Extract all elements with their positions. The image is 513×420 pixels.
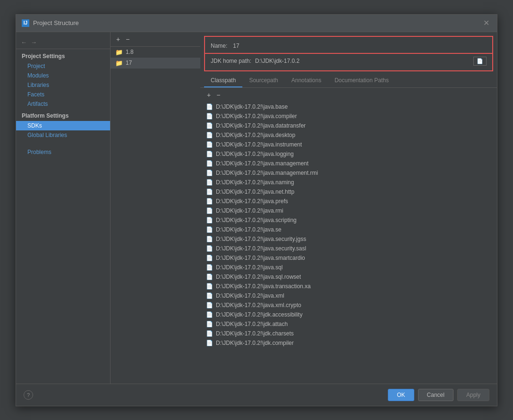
jar-icon: 📄 (206, 311, 213, 318)
sdk-list: 📁 1.8 📁 17 (111, 47, 200, 384)
list-item[interactable]: 📄D:\JDK\jdk-17.0.2!\java.xml.crypto (204, 300, 493, 310)
list-item[interactable]: 📄D:\JDK\jdk-17.0.2!\java.security.jgss (204, 234, 493, 244)
jar-icon: 📄 (206, 264, 213, 271)
dialog-title: Project Structure (33, 19, 79, 26)
sidebar-item-libraries[interactable]: Libraries (16, 80, 110, 90)
project-settings-header: Project Settings (16, 51, 110, 61)
jar-icon: 📄 (206, 255, 213, 261)
title-bar-left: IJ Project Structure (22, 19, 79, 27)
list-item[interactable]: 📄D:\JDK\jdk-17.0.2!\java.security.sasl (204, 244, 493, 253)
list-item[interactable]: 📄D:\JDK\jdk-17.0.2!\jdk.accessibility (204, 310, 493, 319)
left-nav-panel: ← → Project Settings Project Modules Lib… (16, 32, 111, 384)
sidebar-item-problems[interactable]: Problems (16, 147, 110, 157)
list-item[interactable]: 📄D:\JDK\jdk-17.0.2!\java.management (204, 159, 493, 168)
list-item[interactable]: 📄D:\JDK\jdk-17.0.2!\jdk.charsets (204, 329, 493, 338)
bottom-bar: ? OK Cancel Apply (16, 384, 497, 406)
list-item[interactable]: 📄D:\JDK\jdk-17.0.2!\java.se (204, 225, 493, 234)
jar-icon: 📄 (206, 226, 213, 233)
jdk-home-area: JDK home path: D:\JDK\jdk-17.0.2 📄 (204, 54, 493, 71)
remove-classpath-button[interactable]: − (214, 91, 222, 99)
sidebar-item-project[interactable]: Project (16, 61, 110, 71)
sdk-toolbar: + − (111, 32, 200, 47)
back-button[interactable]: ← (20, 38, 28, 47)
title-bar: IJ Project Structure ✕ (16, 15, 497, 32)
jar-icon: 📄 (206, 302, 213, 309)
jar-icon: 📄 (206, 207, 213, 214)
list-item[interactable]: 📄D:\JDK\jdk-17.0.2!\java.desktop (204, 130, 493, 140)
list-item[interactable]: 📄D:\JDK\jdk-17.0.2!\java.naming (204, 178, 493, 187)
help-button[interactable]: ? (24, 390, 33, 400)
sdk-label-17: 17 (126, 60, 132, 66)
jar-icon: 📄 (206, 160, 213, 167)
list-item[interactable]: 📄D:\JDK\jdk-17.0.2!\java.net.http (204, 187, 493, 197)
list-item[interactable]: 📄D:\JDK\jdk-17.0.2!\java.sql (204, 263, 493, 272)
list-item[interactable]: 📄D:\JDK\jdk-17.0.2!\java.transaction.xa (204, 282, 493, 291)
sdk-item-1.8[interactable]: 📁 1.8 (111, 47, 200, 58)
folder-icon-1.8: 📁 (115, 49, 123, 56)
tab-annotations[interactable]: Annotations (285, 74, 328, 87)
sdk-label-1.8: 1.8 (126, 49, 134, 55)
tabs-area: Classpath Sourcepath Annotations Documen… (200, 74, 497, 88)
sidebar-item-sdks[interactable]: SDKs (16, 121, 110, 130)
classpath-list: 📄D:\JDK\jdk-17.0.2!\java.base 📄D:\JDK\jd… (200, 102, 497, 384)
sdk-list-panel: + − 📁 1.8 📁 17 (111, 32, 200, 384)
content-area: ← → Project Settings Project Modules Lib… (16, 32, 497, 384)
ok-button[interactable]: OK (388, 389, 414, 401)
list-item[interactable]: 📄D:\JDK\jdk-17.0.2!\java.prefs (204, 197, 493, 206)
list-item[interactable]: 📄D:\JDK\jdk-17.0.2!\java.logging (204, 149, 493, 159)
jar-icon: 📄 (206, 217, 213, 223)
list-item[interactable]: 📄D:\JDK\jdk-17.0.2!\java.sql.rowset (204, 272, 493, 282)
list-item[interactable]: 📄D:\JDK\jdk-17.0.2!\jdk.compiler (204, 338, 493, 348)
add-classpath-button[interactable]: + (205, 91, 213, 99)
sidebar-item-artifacts[interactable]: Artifacts (16, 99, 110, 109)
jar-icon: 📄 (206, 103, 213, 110)
folder-icon-17: 📁 (115, 60, 123, 67)
name-input[interactable] (231, 42, 487, 50)
sdk-item-17[interactable]: 📁 17 (111, 58, 200, 69)
list-item[interactable]: 📄D:\JDK\jdk-17.0.2!\java.base (204, 102, 493, 111)
sidebar-item-modules[interactable]: Modules (16, 71, 110, 80)
tab-documentation-paths[interactable]: Documentation Paths (328, 74, 395, 87)
platform-settings-header: Platform Settings (16, 111, 110, 121)
jar-icon: 📄 (206, 292, 213, 299)
jar-icon: 📄 (206, 141, 213, 148)
list-item[interactable]: 📄D:\JDK\jdk-17.0.2!\java.xml (204, 291, 493, 300)
jar-icon: 📄 (206, 189, 213, 195)
jar-icon: 📄 (206, 113, 213, 120)
remove-sdk-button[interactable]: − (124, 35, 131, 43)
jar-icon: 📄 (206, 151, 213, 157)
list-item[interactable]: 📄D:\JDK\jdk-17.0.2!\java.rmi (204, 206, 493, 215)
cancel-button[interactable]: Cancel (418, 389, 453, 401)
jar-icon: 📄 (206, 330, 213, 337)
jar-icon: 📄 (206, 132, 213, 138)
name-label: Name: (211, 43, 227, 49)
apply-button[interactable]: Apply (457, 389, 489, 401)
tab-classpath[interactable]: Classpath (204, 74, 242, 87)
jar-icon: 📄 (206, 283, 213, 290)
sidebar-item-facets[interactable]: Facets (16, 90, 110, 99)
jdk-browse-button[interactable]: 📄 (473, 57, 487, 66)
jar-icon: 📄 (206, 198, 213, 205)
jar-icon: 📄 (206, 340, 213, 346)
jar-icon: 📄 (206, 170, 213, 176)
list-item[interactable]: 📄D:\JDK\jdk-17.0.2!\jdk.attach (204, 319, 493, 329)
tab-sourcepath[interactable]: Sourcepath (242, 74, 284, 87)
list-item[interactable]: 📄D:\JDK\jdk-17.0.2!\java.compiler (204, 111, 493, 121)
right-panel: Name: JDK home path: D:\JDK\jdk-17.0.2 📄… (200, 32, 497, 384)
jar-icon: 📄 (206, 122, 213, 129)
list-item[interactable]: 📄D:\JDK\jdk-17.0.2!\java.smartcardio (204, 253, 493, 263)
jar-icon: 📄 (206, 236, 213, 242)
list-item[interactable]: 📄D:\JDK\jdk-17.0.2!\java.management.rmi (204, 168, 493, 178)
forward-button[interactable]: → (30, 38, 38, 47)
jdk-home-label: JDK home path: (211, 58, 251, 64)
list-item[interactable]: 📄D:\JDK\jdk-17.0.2!\java.instrument (204, 140, 493, 149)
list-item[interactable]: 📄D:\JDK\jdk-17.0.2!\java.datatransfer (204, 121, 493, 130)
sidebar-item-global-libraries[interactable]: Global Libraries (16, 130, 110, 140)
list-item[interactable]: 📄D:\JDK\jdk-17.0.2!\java.scripting (204, 215, 493, 225)
close-button[interactable]: ✕ (481, 18, 491, 28)
jar-icon: 📄 (206, 274, 213, 280)
jar-icon: 📄 (206, 321, 213, 327)
name-area: Name: (204, 36, 493, 54)
app-icon: IJ (22, 19, 29, 27)
add-sdk-button[interactable]: + (114, 35, 122, 43)
